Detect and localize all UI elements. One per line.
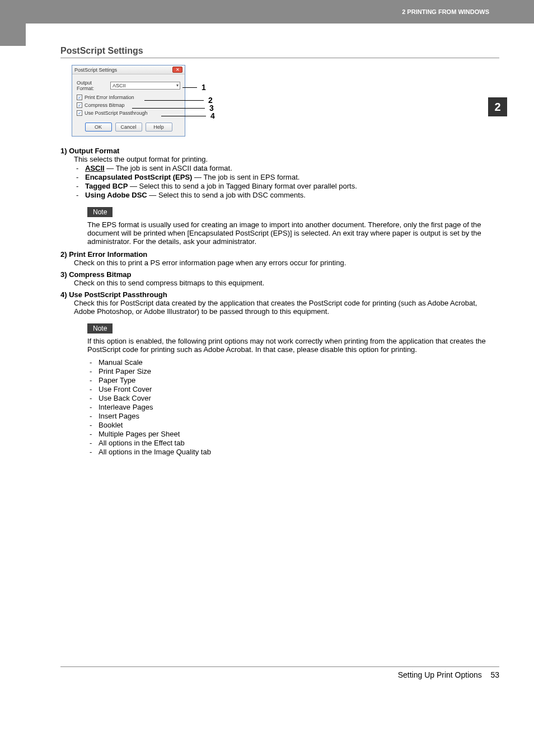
help-button[interactable]: Help	[146, 123, 172, 132]
dialog-titlebar: PostScript Settings ✕	[72, 65, 185, 74]
output-format-options: ASCII — The job is sent in ASCII data fo…	[74, 164, 499, 199]
check-icon: ✓	[77, 102, 82, 108]
note2-list-item: Insert Pages	[87, 412, 499, 420]
format-option: Encapsulated PostScript (EPS) — The job …	[74, 173, 499, 181]
note-label-2: Note	[87, 323, 113, 334]
item-2-head: 2) Print Error Information	[60, 250, 499, 259]
note2-list-item: Paper Type	[87, 376, 499, 384]
checkbox-compress-bitmap[interactable]: ✓ Compress Bitmap	[77, 102, 180, 108]
check-icon: ✓	[77, 110, 82, 116]
page-footer: Setting Up Print Options 53	[60, 666, 499, 679]
ok-button[interactable]: OK	[85, 123, 112, 132]
note-label-1: Note	[87, 207, 113, 217]
callout-4: 4	[210, 111, 215, 120]
note2-list-item: Multiple Pages per Sheet	[87, 430, 499, 438]
note2-list-item: Use Back Cover	[87, 394, 499, 402]
close-icon[interactable]: ✕	[172, 67, 182, 73]
note2-option-list: Manual ScalePrint Paper SizePaper TypeUs…	[87, 358, 499, 456]
note2-list-item: Interleave Pages	[87, 403, 499, 411]
check-label: Print Error Information	[85, 95, 134, 100]
page-content: PostScript Settings PostScript Settings …	[60, 46, 499, 456]
item-4-head: 4) Use PostScript Passthrough	[60, 290, 499, 299]
note2-list-item: All options in the Effect tab	[87, 439, 499, 447]
left-strip	[0, 0, 26, 46]
header-banner: 2 PRINTING FROM WINDOWS	[0, 0, 534, 24]
check-label: Use PostScript Passthrough	[85, 110, 148, 116]
check-label: Compress Bitmap	[85, 102, 125, 108]
note2-list-item: Print Paper Size	[87, 367, 499, 375]
note2-list-item: All options in the Image Quality tab	[87, 448, 499, 456]
item-2-desc: Check on this to print a PS error inform…	[74, 259, 499, 267]
note2-list-item: Manual Scale	[87, 358, 499, 367]
note2-list-item: Use Front Cover	[87, 385, 499, 393]
check-icon: ✓	[77, 95, 82, 100]
postscript-dialog: PostScript Settings ✕ Output Format: ASC…	[72, 65, 185, 137]
item-1-desc: This selects the output format for print…	[74, 155, 499, 163]
note-text-2: If this option is enabled, the following…	[87, 337, 499, 354]
dialog-title-text: PostScript Settings	[74, 67, 117, 73]
format-option: ASCII — The job is sent in ASCII data fo…	[74, 164, 499, 172]
output-format-combo[interactable]: ASCII	[110, 82, 180, 90]
item-3-head: 3) Compress Bitmap	[60, 270, 499, 279]
checkbox-passthrough[interactable]: ✓ Use PostScript Passthrough	[77, 110, 180, 116]
footer-text: Setting Up Print Options	[398, 670, 482, 679]
item-1-head: 1) Output Format	[60, 147, 499, 155]
format-option: Using Adobe DSC — Select this to send a …	[74, 191, 499, 199]
format-option: Tagged BCP — Select this to send a job i…	[74, 182, 499, 190]
note-text-1: The EPS format is usually used for creat…	[87, 220, 499, 246]
cancel-button[interactable]: Cancel	[115, 123, 142, 132]
header-breadcrumb: 2 PRINTING FROM WINDOWS	[402, 8, 489, 15]
callout-1: 1	[202, 83, 206, 92]
output-format-label: Output Format:	[77, 80, 110, 91]
item-4-desc: Check this for PostScript data created b…	[74, 299, 499, 316]
item-3-desc: Check on this to send compress bitmaps t…	[74, 279, 499, 287]
checkbox-print-error[interactable]: ✓ Print Error Information	[77, 95, 180, 100]
section-title: PostScript Settings	[60, 46, 499, 58]
footer-page: 53	[490, 670, 499, 679]
note2-list-item: Booklet	[87, 421, 499, 429]
dialog-figure: PostScript Settings ✕ Output Format: ASC…	[72, 65, 499, 137]
